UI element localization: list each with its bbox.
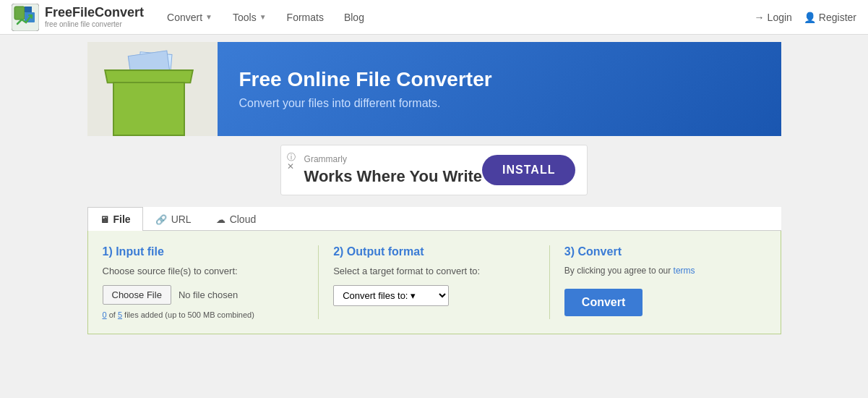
- file-limit-separator: of: [109, 310, 118, 319]
- step2-section: 2) Output format Select a target format …: [319, 245, 550, 319]
- login-link[interactable]: → Login: [755, 12, 792, 23]
- terms-text: By clicking you agree to our terms: [564, 266, 766, 276]
- navbar: FreeFileConvert free online file convert…: [0, 0, 868, 35]
- choose-file-button[interactable]: Choose File: [103, 285, 171, 305]
- step1-title: 1) Input file: [103, 245, 304, 258]
- terms-prefix: By clicking you agree to our: [564, 266, 671, 276]
- tab-file[interactable]: 🖥 File: [87, 207, 143, 231]
- hero-banner: Free Online File Converter Convert your …: [87, 42, 781, 136]
- no-file-label: No file chosen: [179, 289, 238, 300]
- login-label: Login: [768, 12, 792, 23]
- brand-tagline: free online file converter: [45, 20, 144, 28]
- tab-url-label: URL: [171, 213, 192, 225]
- step1-section: 1) Input file Choose source file(s) to c…: [103, 245, 319, 319]
- tab-url[interactable]: 🔗 URL: [143, 207, 204, 231]
- terms-link[interactable]: terms: [674, 266, 695, 276]
- navbar-nav: Convert ▼ Tools ▼ Formats Blog: [158, 7, 755, 27]
- nav-item-tools[interactable]: Tools ▼: [224, 7, 275, 27]
- ad-banner: ⓘ ✕ Grammarly Works Where You Write INST…: [280, 145, 588, 195]
- file-count-highlight: 0: [103, 310, 107, 319]
- brand-name: FreeFileConvert: [45, 6, 144, 20]
- nav-item-convert[interactable]: Convert ▼: [158, 7, 221, 27]
- file-input-row: Choose File No file chosen: [103, 285, 304, 305]
- ad-brand-name: Grammarly: [304, 154, 483, 164]
- hero-text: Free Online File Converter Convert your …: [218, 42, 781, 136]
- tab-cloud[interactable]: ☁ Cloud: [204, 207, 269, 231]
- tab-cloud-label: Cloud: [230, 213, 257, 225]
- converter-container: 🖥 File 🔗 URL ☁ Cloud 1) Input file Choos…: [87, 207, 781, 334]
- step1-label: Choose source file(s) to convert:: [103, 266, 304, 276]
- ad-headline: Works Where You Write: [304, 167, 483, 186]
- nav-tools-label: Tools: [233, 12, 257, 23]
- register-icon: 👤: [804, 12, 816, 23]
- hero-image: [87, 42, 218, 136]
- register-label: Register: [819, 12, 856, 23]
- box-body: [113, 82, 185, 136]
- link-icon: 🔗: [155, 214, 167, 225]
- hero-title: Free Online File Converter: [239, 68, 760, 91]
- converter-panel: 1) Input file Choose source file(s) to c…: [87, 231, 781, 334]
- nav-blog-label: Blog: [344, 12, 364, 23]
- ad-content: Grammarly Works Where You Write: [293, 154, 483, 186]
- nav-formats-label: Formats: [287, 12, 324, 23]
- file-limit-suffix: files added (up to 500 MB combined): [124, 310, 254, 319]
- hero-subtitle: Convert your files into different format…: [239, 97, 760, 110]
- login-icon: →: [755, 12, 765, 23]
- ad-install-button[interactable]: INSTALL: [482, 155, 575, 185]
- box-illustration: [106, 56, 199, 136]
- brand-logo-icon: [12, 4, 39, 31]
- tools-dropdown-icon: ▼: [259, 13, 267, 21]
- register-link[interactable]: 👤 Register: [804, 12, 856, 23]
- format-select[interactable]: Convert files to: ▾ MP4 MP3 PDF DOCX JPG…: [333, 285, 449, 306]
- file-max-highlight: 5: [118, 310, 122, 319]
- tab-file-label: File: [113, 213, 131, 225]
- convert-dropdown-icon: ▼: [205, 13, 212, 21]
- nav-item-blog[interactable]: Blog: [335, 7, 373, 27]
- brand-text: FreeFileConvert free online file convert…: [45, 6, 144, 28]
- step3-title: 3) Convert: [564, 245, 766, 258]
- step2-label: Select a target format to convert to:: [333, 266, 535, 276]
- step2-title: 2) Output format: [333, 245, 535, 258]
- navbar-right: → Login 👤 Register: [755, 12, 856, 23]
- svg-rect-1: [14, 7, 25, 20]
- ad-close-icon[interactable]: ✕: [287, 161, 294, 172]
- tab-bar: 🖥 File 🔗 URL ☁ Cloud: [87, 207, 781, 231]
- monitor-icon: 🖥: [100, 214, 109, 225]
- page-wrapper: FreeFileConvert free online file convert…: [0, 0, 868, 398]
- file-limit-info: 0 of 5 files added (up to 500 MB combine…: [103, 310, 304, 319]
- convert-button[interactable]: Convert: [564, 289, 643, 316]
- cloud-icon: ☁: [216, 214, 225, 225]
- nav-convert-label: Convert: [167, 12, 202, 23]
- svg-marker-2: [25, 7, 32, 12]
- brand: FreeFileConvert free online file convert…: [12, 4, 144, 31]
- step3-section: 3) Convert By clicking you agree to our …: [550, 245, 766, 319]
- nav-item-formats[interactable]: Formats: [278, 7, 332, 27]
